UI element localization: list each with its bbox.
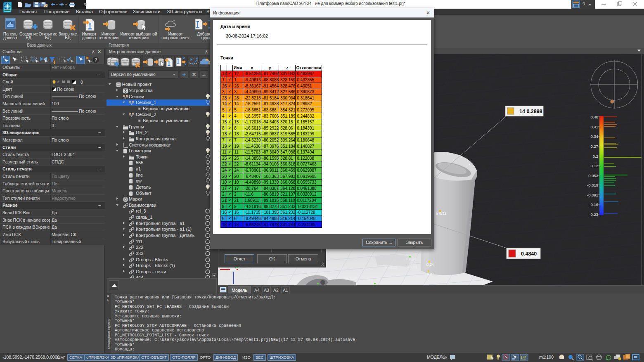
svg-text:-0.16: -0.16 bbox=[589, 202, 598, 207]
svg-text:0.41: 0.41 bbox=[591, 125, 599, 129]
svg-text:, 9 0.14: , 9 0.14 bbox=[405, 265, 417, 269]
svg-text:0.34: 0.34 bbox=[591, 134, 599, 139]
svg-text:-0.23: -0.23 bbox=[589, 212, 598, 217]
svg-text:9 =0.02: 9 =0.02 bbox=[385, 265, 397, 270]
svg-text:?: ? bbox=[95, 57, 97, 62]
svg-text:0.12: 0.12 bbox=[591, 163, 599, 168]
svg-text:?: ? bbox=[582, 2, 585, 7]
svg-text:0.2: 0.2 bbox=[593, 154, 598, 159]
svg-text:14 0.2898: 14 0.2898 bbox=[519, 109, 542, 114]
svg-text:0.24: 0.24 bbox=[426, 263, 434, 267]
svg-text:0.27: 0.27 bbox=[591, 144, 599, 149]
svg-text:0.48: 0.48 bbox=[591, 115, 599, 119]
svg-text:0.053: 0.053 bbox=[588, 173, 598, 178]
svg-text:ә 0.32: ә 0.32 bbox=[436, 211, 446, 215]
svg-text:0.4840: 0.4840 bbox=[521, 251, 537, 257]
svg-text:, 0.27: , 0.27 bbox=[425, 272, 434, 276]
svg-text:-0.019: -0.019 bbox=[587, 183, 598, 187]
svg-text:-0.091: -0.091 bbox=[587, 193, 598, 197]
